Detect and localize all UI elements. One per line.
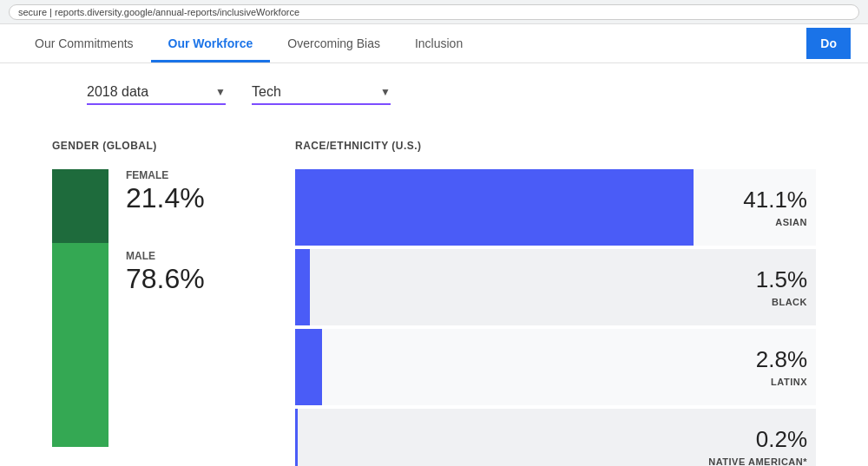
gender-section: GENDER (GLOBAL) FEMALE 21.4% MALE 78.6% (52, 140, 243, 466)
url-bar[interactable]: secure | reports.diversity.google/annual… (9, 4, 859, 20)
race-bar-row-0: 41.1%ASIAN (295, 169, 816, 246)
main-content: GENDER (GLOBAL) FEMALE 21.4% MALE 78.6% … (0, 122, 868, 466)
race-stats-2: 2.8%LATINX (756, 346, 816, 389)
race-name-2: LATINX (771, 377, 807, 387)
category-filter[interactable]: Tech ▼ (252, 81, 391, 105)
race-bar-row-2: 2.8%LATINX (295, 329, 816, 405)
tab-commitments[interactable]: Our Commitments (17, 24, 151, 62)
race-bar-fill-0 (295, 169, 694, 246)
race-bar-fill-1 (295, 249, 310, 325)
year-filter-arrow: ▼ (215, 86, 226, 98)
female-item: FEMALE 21.4% (126, 169, 205, 213)
race-bar-row-1: 1.5%BLACK (295, 249, 816, 325)
race-title: RACE/ETHNICITY (U.S.) (295, 140, 816, 152)
race-bar-fill-2 (295, 329, 322, 405)
filter-row: 2018 data ▼ Tech ▼ (0, 63, 868, 122)
race-stats-0: 41.1%ASIAN (743, 187, 816, 229)
browser-bar: secure | reports.diversity.google/annual… (0, 0, 868, 24)
race-name-0: ASIAN (775, 217, 807, 227)
gender-chart: FEMALE 21.4% MALE 78.6% (52, 169, 243, 447)
tab-inclusion[interactable]: Inclusion (398, 24, 480, 62)
race-name-1: BLACK (772, 297, 807, 307)
race-section: RACE/ETHNICITY (U.S.) 41.1%ASIAN1.5%BLAC… (295, 140, 816, 466)
tab-bias[interactable]: Overcoming Bias (270, 24, 398, 62)
race-stats-3: 0.2%NATIVE AMERICAN* (708, 426, 816, 467)
race-bar-row-3: 0.2%NATIVE AMERICAN* (295, 409, 816, 466)
female-label: FEMALE (126, 169, 205, 181)
gender-title: GENDER (GLOBAL) (52, 140, 243, 152)
male-label: MALE (126, 250, 205, 262)
category-filter-value: Tech (252, 84, 380, 100)
race-pct-0: 41.1% (743, 187, 807, 213)
female-pct: 21.4% (126, 183, 205, 213)
race-bars: 41.1%ASIAN1.5%BLACK2.8%LATINX0.2%NATIVE … (295, 169, 816, 466)
race-bar-fill-3 (295, 409, 298, 466)
do-button[interactable]: Do (806, 28, 851, 59)
race-stats-1: 1.5%BLACK (756, 266, 816, 309)
race-pct-2: 2.8% (756, 346, 807, 373)
gender-labels: FEMALE 21.4% MALE 78.6% (126, 169, 205, 447)
male-bar (52, 243, 108, 447)
race-pct-1: 1.5% (756, 266, 807, 293)
tab-workforce[interactable]: Our Workforce (151, 24, 271, 62)
race-pct-3: 0.2% (708, 426, 807, 453)
category-filter-arrow: ▼ (380, 86, 391, 98)
nav-tabs: Our Commitments Our Workforce Overcoming… (0, 24, 868, 63)
year-filter[interactable]: 2018 data ▼ (87, 81, 226, 105)
gender-bar-stack (52, 169, 108, 447)
male-pct: 78.6% (126, 264, 205, 294)
race-name-3: NATIVE AMERICAN* (708, 456, 807, 467)
male-item: MALE 78.6% (126, 250, 205, 294)
female-bar (52, 169, 108, 243)
year-filter-value: 2018 data (87, 84, 215, 100)
